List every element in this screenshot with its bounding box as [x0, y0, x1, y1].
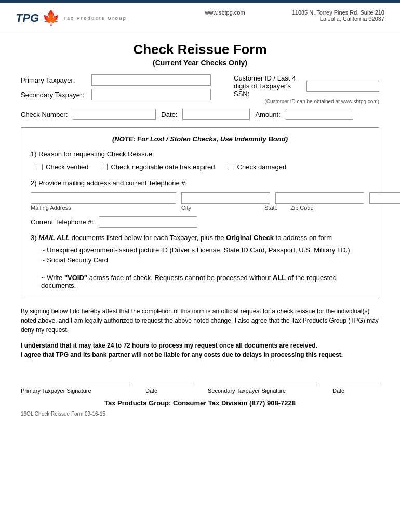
- checkbox-expired[interactable]: Check negotiable date has expired: [101, 163, 215, 171]
- state-label: State: [264, 205, 285, 211]
- check-row: Check Number: Date: Amount:: [21, 109, 379, 120]
- primary-date-block: Date: [145, 375, 192, 394]
- customer-id-note: (Customer ID can be obtained at www.sbtp…: [234, 99, 379, 104]
- header-website: www.sbtpg.com: [205, 9, 245, 16]
- form-number: 16OL Check Reissue Form 09-16-15: [21, 411, 379, 417]
- state-input[interactable]: [275, 192, 364, 204]
- header-address: 11085 N. Torrey Pines Rd, Suite 210 La J…: [292, 9, 384, 22]
- header: TPG 🍁 Tax Products Group www.sbtpg.com 1…: [0, 3, 400, 31]
- primary-taxpayer-row: Primary Taxpayer:: [21, 74, 223, 86]
- checkbox-verified[interactable]: Check verified: [36, 163, 88, 171]
- void-text: ~ Write "VOID" across face of check. Req…: [41, 274, 369, 289]
- disclaimer-text: By signing below I do hereby attest that…: [21, 307, 379, 335]
- right-fields: Customer ID / Last 4 digits of Taxpayer'…: [234, 74, 379, 105]
- telephone-input[interactable]: [99, 216, 197, 228]
- signature-section: Primary Taxpayer Signature Date Secondar…: [21, 375, 379, 394]
- form-title: Check Reissue Form: [21, 42, 379, 58]
- date-label: Date:: [161, 111, 177, 118]
- date-input[interactable]: [182, 109, 250, 120]
- zip-input[interactable]: [369, 192, 400, 204]
- secondary-taxpayer-row: Secondary Taxpayer:: [21, 89, 223, 100]
- reason-title: 1) Reason for requesting Check Reissue:: [31, 150, 369, 158]
- mail-section: 3) MAIL ALL documents listed below for e…: [31, 233, 369, 289]
- checkbox-verified-label: Check verified: [46, 163, 88, 171]
- secondary-date-label: Date: [332, 388, 379, 394]
- secondary-taxpayer-label: Secondary Taxpayer:: [21, 91, 88, 99]
- header-right-area: www.sbtpg.com 11085 N. Torrey Pines Rd, …: [205, 9, 384, 22]
- city-label: City: [181, 205, 259, 211]
- amount-label: Amount:: [255, 111, 280, 118]
- main-content: Check Reissue Form (Current Year Checks …: [0, 31, 400, 427]
- mailing-address-label: Mailing Address: [31, 205, 176, 211]
- checkbox-damaged[interactable]: Check damaged: [228, 163, 287, 171]
- secondary-taxpayer-input[interactable]: [91, 89, 211, 100]
- telephone-row: Current Telephone #:: [31, 216, 369, 228]
- check-number-input[interactable]: [73, 109, 156, 120]
- checkbox-damaged-label: Check damaged: [237, 163, 287, 171]
- customer-id-input[interactable]: [306, 81, 379, 92]
- primary-taxpayer-label: Primary Taxpayer:: [21, 76, 88, 84]
- secondary-sig-line: [208, 375, 317, 385]
- top-fields: Primary Taxpayer: Secondary Taxpayer: Cu…: [21, 74, 379, 105]
- city-input[interactable]: [181, 192, 270, 204]
- customer-id-label: Customer ID / Last 4 digits of Taxpayer'…: [234, 74, 303, 98]
- left-fields: Primary Taxpayer: Secondary Taxpayer:: [21, 74, 223, 105]
- logo-leaf-icon: 🍁: [42, 9, 60, 26]
- checkbox-row: Check verified Check negotiable date has…: [36, 163, 369, 171]
- bordered-section: (NOTE: For Lost / Stolen Checks, Use Ind…: [21, 127, 379, 299]
- amount-input[interactable]: [286, 109, 353, 120]
- form-subtitle: (Current Year Checks Only): [21, 59, 379, 67]
- primary-sig-line: [21, 375, 130, 385]
- logo-tagline: Tax Products Group: [63, 16, 127, 21]
- bullet-ssc: ~ Social Security Card: [41, 256, 369, 264]
- address-labels-row: Mailing Address City State Zip Code: [31, 205, 369, 211]
- address-inputs-row: [31, 192, 369, 204]
- customer-id-block: Customer ID / Last 4 digits of Taxpayer'…: [234, 74, 379, 104]
- checkbox-expired-label: Check negotiable date has expired: [111, 163, 215, 171]
- checkbox-damaged-box[interactable]: [228, 164, 234, 170]
- primary-sig-label: Primary Taxpayer Signature: [21, 388, 130, 394]
- primary-taxpayer-input[interactable]: [91, 74, 211, 86]
- mail-text: 3) MAIL ALL documents listed below for e…: [31, 233, 369, 243]
- bullet-id: ~ Unexpired government-issued picture ID…: [41, 246, 369, 254]
- secondary-sig-block: Secondary Taxpayer Signature: [208, 375, 317, 394]
- logo-tpg-text: TPG: [16, 11, 39, 25]
- checkbox-expired-box[interactable]: [101, 164, 108, 170]
- secondary-sig-label: Secondary Taxpayer Signature: [208, 388, 317, 394]
- mailing-address-input[interactable]: [31, 192, 176, 204]
- secondary-date-line: [332, 375, 379, 385]
- logo-area: TPG 🍁 Tax Products Group: [16, 9, 127, 26]
- primary-date-line: [145, 375, 192, 385]
- note-text: (NOTE: For Lost / Stolen Checks, Use Ind…: [31, 135, 369, 143]
- secondary-date-block: Date: [332, 375, 379, 394]
- zip-label: Zip Code: [290, 205, 324, 211]
- check-number-label: Check Number:: [21, 111, 68, 118]
- primary-sig-block: Primary Taxpayer Signature: [21, 375, 130, 394]
- bold-statement: I understand that it may take 24 to 72 h…: [21, 341, 379, 360]
- primary-date-label: Date: [145, 388, 192, 394]
- telephone-label: Current Telephone #:: [31, 218, 94, 226]
- footer-text: Tax Products Group: Consumer Tax Divisio…: [21, 399, 379, 407]
- address-title: 2) Provide mailing address and current T…: [31, 179, 369, 187]
- checkbox-verified-box[interactable]: [36, 164, 43, 170]
